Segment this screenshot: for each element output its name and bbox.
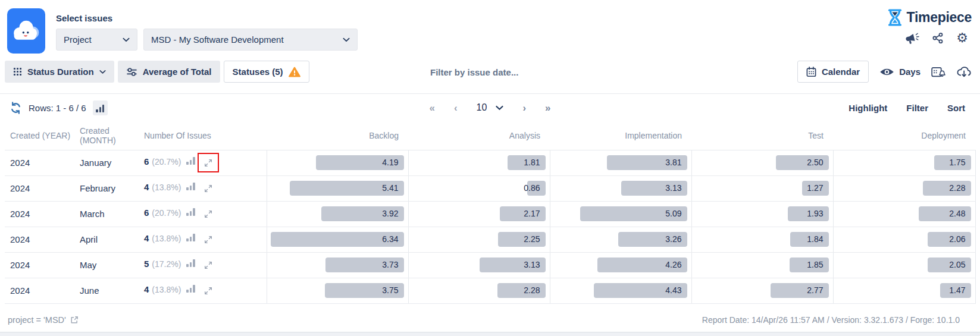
duration-bar-cell: 4.43 xyxy=(550,278,691,303)
rows-info: Rows: 1 - 6 / 6 xyxy=(29,103,86,113)
calendar-button[interactable]: Calendar xyxy=(797,61,869,83)
chevron-down-icon xyxy=(99,70,106,74)
row-bar-chart-icon[interactable] xyxy=(186,157,195,165)
issue-date-filter[interactable]: Filter by issue date... xyxy=(430,67,518,77)
col-header-test[interactable]: Test xyxy=(691,121,833,150)
duration-value: 2.17 xyxy=(524,206,540,221)
external-link-icon xyxy=(70,316,79,324)
expand-icon-glyph xyxy=(203,158,213,168)
duration-bar-cell: 2.48 xyxy=(833,201,975,227)
list-controls: Rows: 1 - 6 / 6 « ‹ 10 › » Highlight Fil… xyxy=(5,94,975,121)
time-unit-label: Days xyxy=(899,67,920,77)
duration-value: 1.81 xyxy=(524,155,540,170)
duration-bar-cell: 1.84 xyxy=(691,227,833,252)
sort-link[interactable]: Sort xyxy=(947,103,965,113)
duration-value: 3.13 xyxy=(524,258,540,272)
duration-bar-cell: 2.06 xyxy=(833,227,975,252)
first-page-button[interactable]: « xyxy=(429,103,434,113)
col-header-backlog[interactable]: Backlog xyxy=(267,121,408,150)
duration-value: 1.47 xyxy=(949,283,965,298)
duration-value: 2.25 xyxy=(524,232,540,247)
aggregation-label: Average of Total xyxy=(143,67,212,77)
row-bar-chart-icon[interactable] xyxy=(186,285,195,293)
brand-logo: Timepiece xyxy=(886,8,972,27)
issue-percent: (13.8%) xyxy=(152,285,181,294)
duration-bar-cell: 2.77 xyxy=(691,278,833,303)
statuses-button[interactable]: Statuses (5) xyxy=(224,61,309,83)
chart-view-button[interactable] xyxy=(93,101,108,115)
col-header-deployment[interactable]: Deployment xyxy=(833,121,975,150)
table-row: 2024May5(17.2%)3.733.134.261.852.05 xyxy=(5,252,975,278)
expand-row-button-highlighted[interactable] xyxy=(198,153,219,172)
time-unit-toggle[interactable]: Days xyxy=(879,67,920,77)
duration-bar-cell: 2.17 xyxy=(408,201,550,227)
row-bar-chart-icon[interactable] xyxy=(186,183,195,190)
row-bar-chart-icon[interactable] xyxy=(186,208,195,216)
col-header-analysis[interactable]: Analysis xyxy=(408,121,550,150)
duration-value: 1.27 xyxy=(807,181,823,196)
cell-number-of-issues: 4(13.8%) xyxy=(139,175,267,201)
settings-gear-icon[interactable]: ⚙ xyxy=(956,32,968,45)
duration-value: 3.81 xyxy=(665,155,681,170)
cloud-download-icon[interactable] xyxy=(956,65,972,78)
report-type-label: Status Duration xyxy=(27,67,94,77)
duration-value: 4.26 xyxy=(665,258,681,272)
duration-value: 2.28 xyxy=(949,181,965,196)
page-size-select[interactable]: 10 xyxy=(477,102,504,113)
expand-row-button[interactable] xyxy=(198,281,219,300)
expand-row-button[interactable] xyxy=(198,178,219,198)
prev-page-button[interactable]: ‹ xyxy=(454,103,458,113)
next-page-button[interactable]: › xyxy=(522,103,526,113)
report-type-button[interactable]: Status Duration xyxy=(5,61,114,83)
scope-select[interactable]: Project xyxy=(56,29,137,51)
aggregation-button[interactable]: Average of Total xyxy=(118,61,220,83)
expand-icon-glyph xyxy=(203,286,213,296)
duration-value: 2.77 xyxy=(807,283,823,298)
page-size-value: 10 xyxy=(477,102,487,113)
report-info: Report Date: 14/Apr/26 11:57 AM / Versio… xyxy=(702,315,960,325)
expand-row-button[interactable] xyxy=(198,204,219,224)
project-select[interactable]: MSD - My Software Development xyxy=(143,29,358,51)
app-logo[interactable] xyxy=(7,8,45,54)
share-icon[interactable] xyxy=(932,32,944,44)
refresh-icon[interactable] xyxy=(10,102,22,114)
announcement-icon[interactable] xyxy=(905,32,919,45)
cell-number-of-issues: 4(13.8%) xyxy=(139,227,267,252)
filter-link[interactable]: Filter xyxy=(906,103,928,113)
col-header-created-month[interactable]: Created (MONTH) xyxy=(74,121,139,150)
eye-icon xyxy=(879,67,894,77)
expand-row-button[interactable] xyxy=(198,255,219,275)
col-header-implementation[interactable]: Implementation xyxy=(550,121,691,150)
highlight-link[interactable]: Highlight xyxy=(849,103,887,113)
select-issues-label: Select issues xyxy=(56,13,358,23)
horizontal-scrollbar[interactable] xyxy=(0,332,980,336)
duration-bar-cell: 1.75 xyxy=(833,150,975,175)
issue-percent: (20.7%) xyxy=(152,157,181,167)
duration-bar-cell: 4.19 xyxy=(267,150,408,175)
table-row: 2024April4(13.8%)6.342.253.261.842.06 xyxy=(5,227,975,252)
row-bar-chart-icon[interactable] xyxy=(186,234,195,241)
last-page-button[interactable]: » xyxy=(545,103,550,113)
duration-bar-cell: 3.92 xyxy=(267,201,408,227)
col-header-number-of-issues[interactable]: Number Of Issues xyxy=(139,121,267,150)
cell-created-month: April xyxy=(74,227,139,252)
duration-value: 3.73 xyxy=(382,258,398,272)
statuses-label: Statuses (5) xyxy=(233,67,283,77)
brand-block: Timepiece xyxy=(886,8,972,45)
chevron-down-icon xyxy=(123,37,130,42)
brand-name: Timepiece xyxy=(907,10,972,26)
duration-bar-cell: 1.47 xyxy=(833,278,975,303)
expand-row-button[interactable] xyxy=(198,230,219,249)
cell-created-year: 2024 xyxy=(5,227,74,252)
duration-value: 2.28 xyxy=(524,283,540,298)
subscribe-icon[interactable] xyxy=(931,66,945,78)
issue-count: 6 xyxy=(144,156,149,167)
duration-value: 1.84 xyxy=(807,232,823,247)
col-header-created-year[interactable]: Created (YEAR) xyxy=(5,121,74,150)
table-body: 2024January6(20.7%)4.191.813.812.501.752… xyxy=(5,150,975,303)
duration-bar-cell: 1.27 xyxy=(691,175,833,201)
cell-created-month: June xyxy=(74,278,139,303)
issue-count: 4 xyxy=(144,182,149,192)
row-bar-chart-icon[interactable] xyxy=(186,259,195,267)
jql-link[interactable]: project = 'MSD' xyxy=(8,315,79,325)
